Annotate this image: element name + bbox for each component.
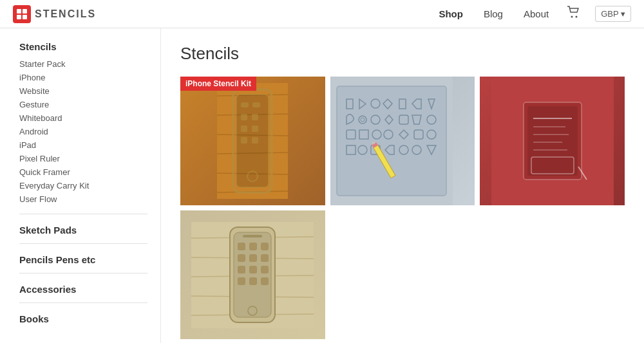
svg-rect-67 — [261, 243, 269, 250]
product-label-1: iPhone Stencil Kit — [180, 77, 256, 91]
svg-rect-3 — [23, 15, 27, 19]
svg-rect-73 — [261, 266, 269, 273]
svg-rect-74 — [238, 277, 245, 285]
svg-rect-1 — [23, 9, 27, 14]
svg-rect-16 — [252, 102, 260, 107]
product-card-4[interactable] — [180, 210, 325, 339]
product-image-1 — [180, 77, 325, 205]
sidebar-divider-1 — [19, 214, 147, 214]
svg-rect-17 — [241, 114, 247, 120]
svg-rect-69 — [249, 254, 257, 262]
page-title: Stencils — [180, 44, 625, 64]
main-nav: Shop Blog About GBP ▾ — [436, 6, 631, 22]
nav-about[interactable]: About — [521, 8, 551, 19]
page-container: Stencils Starter Pack iPhone Website Ges… — [0, 28, 644, 343]
sidebar-divider-2 — [19, 243, 147, 244]
sidebar-divider-3 — [19, 273, 147, 273]
svg-point-5 — [576, 16, 578, 18]
sidebar-link-everyday-carry[interactable]: Everyday Carry Kit — [19, 179, 147, 192]
logo-icon — [13, 5, 31, 23]
sidebar-link-ipad[interactable]: iPad — [19, 138, 147, 152]
svg-rect-63 — [243, 235, 262, 237]
product-card-2[interactable] — [330, 77, 475, 205]
sidebar-link-iphone[interactable]: iPhone — [19, 71, 147, 84]
sidebar-section-books[interactable]: Books — [19, 313, 147, 324]
nav-shop[interactable]: Shop — [436, 8, 466, 19]
sidebar: Stencils Starter Pack iPhone Website Ges… — [0, 28, 161, 343]
sidebar-section-accessories[interactable]: Accessories — [19, 284, 147, 295]
sidebar-link-user-flow[interactable]: User Flow — [19, 192, 147, 206]
product-image-2 — [330, 77, 475, 205]
main-content: Stencils — [161, 28, 644, 343]
sidebar-section-pencils[interactable]: Pencils Pens etc — [19, 254, 147, 265]
svg-rect-19 — [241, 125, 247, 132]
svg-rect-66 — [249, 243, 257, 250]
svg-rect-71 — [238, 266, 245, 273]
svg-rect-15 — [241, 102, 249, 107]
product-image-3 — [480, 77, 625, 205]
sidebar-link-website[interactable]: Website — [19, 84, 147, 98]
svg-rect-47 — [527, 106, 578, 176]
svg-rect-20 — [252, 125, 258, 132]
nav-blog[interactable]: Blog — [481, 8, 506, 19]
product-card-1[interactable]: iPhone Stencil Kit — [180, 77, 325, 205]
svg-point-4 — [571, 16, 573, 18]
logo[interactable]: STENCILS — [13, 5, 96, 23]
product-grid: iPhone Stencil Kit — [180, 77, 625, 339]
currency-selector[interactable]: GBP ▾ — [595, 6, 631, 22]
product-card-3[interactable] — [480, 77, 625, 205]
product-image-4 — [180, 210, 325, 339]
sidebar-link-pixel-ruler[interactable]: Pixel Ruler — [19, 152, 147, 165]
svg-rect-70 — [261, 254, 269, 262]
sidebar-link-starter-pack[interactable]: Starter Pack — [19, 57, 147, 71]
svg-rect-0 — [17, 9, 21, 14]
site-header: STENCILS Shop Blog About GBP ▾ — [0, 0, 644, 28]
svg-rect-76 — [261, 277, 269, 285]
svg-rect-22 — [252, 137, 258, 144]
logo-text: STENCILS — [35, 8, 96, 20]
sidebar-section-sketch-pads[interactable]: Sketch Pads — [19, 225, 147, 236]
sidebar-link-quick-framer[interactable]: Quick Framer — [19, 165, 147, 179]
sidebar-link-gesture[interactable]: Gesture — [19, 98, 147, 111]
sidebar-link-android[interactable]: Android — [19, 125, 147, 138]
svg-rect-2 — [17, 15, 21, 19]
svg-rect-72 — [249, 266, 257, 273]
svg-rect-65 — [238, 243, 245, 250]
svg-rect-68 — [238, 254, 245, 262]
cart-icon[interactable] — [567, 6, 580, 22]
svg-rect-21 — [241, 137, 247, 144]
svg-rect-18 — [252, 114, 258, 120]
sidebar-section-stencils[interactable]: Stencils — [19, 41, 147, 52]
sidebar-link-whiteboard[interactable]: Whiteboard — [19, 111, 147, 125]
sidebar-divider-4 — [19, 302, 147, 303]
svg-rect-75 — [249, 277, 257, 285]
